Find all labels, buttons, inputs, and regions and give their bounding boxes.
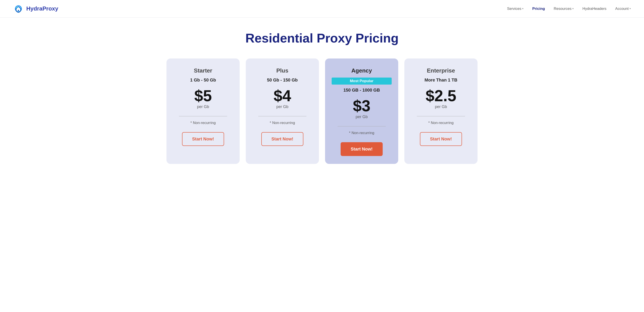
logo-link[interactable]: HydraProxy — [13, 4, 58, 14]
plan-range-plus: 50 Gb - 150 Gb — [267, 78, 298, 82]
nav-item-hydraheaders[interactable]: HydraHeaders — [582, 6, 606, 11]
start-now-button-plus[interactable]: Start Now! — [261, 132, 304, 146]
start-now-button-enterprise[interactable]: Start Now! — [420, 132, 462, 146]
nav-link-hydraheaders[interactable]: HydraHeaders — [582, 6, 606, 11]
pricing-card-agency: Agency Most Popular 150 GB - 1000 GB $3 … — [325, 58, 398, 164]
plan-per-starter: per Gb — [197, 104, 209, 109]
pricing-card-plus: Plus 50 Gb - 150 Gb $4 per Gb * Non-recu… — [246, 58, 319, 164]
non-recurring-agency: * Non-recurring — [349, 131, 374, 135]
plan-price-agency: $3 — [353, 98, 370, 114]
chevron-down-icon: ▾ — [630, 7, 631, 10]
plan-range-agency: 150 GB - 1000 GB — [344, 88, 380, 93]
brand-name: HydraProxy — [26, 5, 58, 12]
nav-link-resources[interactable]: Resources ▾ — [554, 6, 574, 11]
plan-price-plus: $4 — [274, 88, 291, 104]
plan-name-agency: Agency — [351, 67, 372, 74]
nav-item-account[interactable]: Account ▾ — [615, 6, 631, 11]
svg-point-2 — [18, 10, 19, 11]
main-content: Residential Proxy Pricing Starter 1 Gb -… — [158, 18, 486, 182]
divider-starter — [179, 116, 227, 116]
plan-price-starter: $5 — [194, 88, 212, 104]
divider-agency — [338, 126, 386, 126]
nav-link-services[interactable]: Services ▾ — [507, 6, 524, 11]
plan-per-agency: per Gb — [356, 114, 368, 119]
nav-link-pricing[interactable]: Pricing — [532, 6, 545, 11]
start-now-button-agency[interactable]: Start Now! — [340, 142, 383, 156]
plan-per-enterprise: per Gb — [435, 104, 447, 109]
nav-link-account[interactable]: Account ▾ — [615, 6, 631, 11]
nav-item-pricing[interactable]: Pricing — [532, 6, 545, 11]
non-recurring-plus: * Non-recurring — [270, 121, 295, 125]
chevron-down-icon: ▾ — [522, 7, 524, 10]
plan-name-starter: Starter — [194, 67, 212, 74]
plan-name-plus: Plus — [276, 67, 288, 74]
svg-point-0 — [16, 7, 18, 8]
divider-plus — [258, 116, 306, 116]
plan-price-enterprise: $2.5 — [426, 88, 456, 104]
plan-range-starter: 1 Gb - 50 Gb — [190, 78, 216, 82]
plan-name-enterprise: Enterprise — [427, 67, 455, 74]
page-title: Residential Proxy Pricing — [166, 31, 478, 45]
start-now-button-starter[interactable]: Start Now! — [182, 132, 224, 146]
nav-item-resources[interactable]: Resources ▾ — [554, 6, 574, 11]
logo-icon — [13, 4, 24, 14]
svg-point-1 — [19, 7, 20, 8]
non-recurring-starter: * Non-recurring — [190, 121, 216, 125]
most-popular-badge: Most Popular — [332, 78, 392, 84]
nav-item-services[interactable]: Services ▾ — [507, 6, 524, 11]
chevron-down-icon: ▾ — [572, 7, 574, 10]
pricing-grid: Starter 1 Gb - 50 Gb $5 per Gb * Non-rec… — [166, 58, 478, 164]
divider-enterprise — [417, 116, 465, 116]
pricing-card-enterprise: Enterprise More Than 1 TB $2.5 per Gb * … — [404, 58, 478, 164]
plan-per-plus: per Gb — [276, 104, 288, 109]
nav-links: Services ▾ Pricing Resources ▾ HydraHead… — [507, 6, 631, 11]
non-recurring-enterprise: * Non-recurring — [428, 121, 454, 125]
pricing-card-starter: Starter 1 Gb - 50 Gb $5 per Gb * Non-rec… — [166, 58, 240, 164]
navbar: HydraProxy Services ▾ Pricing Resources … — [0, 0, 644, 18]
plan-range-enterprise: More Than 1 TB — [424, 78, 457, 82]
